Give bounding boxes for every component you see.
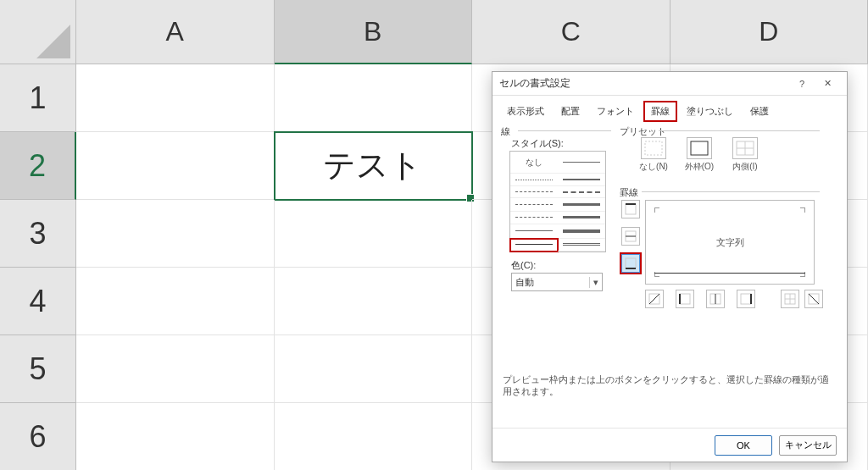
border-vmiddle-button[interactable] <box>706 290 725 308</box>
chevron-down-icon: ▾ <box>589 277 598 288</box>
cell-A2[interactable] <box>76 132 275 200</box>
cell-B1[interactable] <box>275 64 473 132</box>
select-all-corner[interactable] <box>0 0 76 64</box>
dialog-tabs: 表示形式 配置 フォント 罫線 塗りつぶし 保護 <box>492 96 847 122</box>
line-style-10[interactable] <box>510 224 558 238</box>
dialog-titlebar[interactable]: セルの書式設定 ? ✕ <box>492 72 847 96</box>
line-style-2[interactable] <box>510 174 558 185</box>
cell-A4[interactable] <box>76 268 275 335</box>
preset-group: プリセット なし(N) 外枠(O) 内側(I) <box>620 125 823 185</box>
preview-bottom-line <box>654 273 805 274</box>
svg-rect-2 <box>691 141 708 155</box>
line-style-1[interactable] <box>558 152 605 174</box>
ok-button[interactable]: OK <box>715 435 772 456</box>
row-header-1[interactable]: 1 <box>0 64 76 132</box>
column-header-B[interactable]: B <box>275 0 473 64</box>
line-style-double[interactable] <box>558 239 605 252</box>
tab-number-format[interactable]: 表示形式 <box>499 101 552 122</box>
cell-A6[interactable] <box>76 403 275 470</box>
preset-group-label: プリセット <box>620 125 666 138</box>
line-group: 線 スタイル(S): なし 色(C): 自動 <box>501 125 611 295</box>
line-style-9[interactable] <box>558 212 605 224</box>
line-style-none[interactable]: なし <box>510 152 558 174</box>
format-cells-dialog: セルの書式設定 ? ✕ 表示形式 配置 フォント 罫線 塗りつぶし 保護 線 ス… <box>492 71 848 462</box>
line-style-3[interactable] <box>558 174 605 185</box>
line-style-8[interactable] <box>510 212 558 224</box>
border-group: 罫線 文字列 <box>620 186 823 322</box>
row-header-2[interactable]: 2 <box>0 132 76 200</box>
tab-protection[interactable]: 保護 <box>743 101 776 122</box>
preview-text: 文字列 <box>716 236 744 249</box>
cell-B2[interactable]: テスト <box>275 132 473 200</box>
color-dropdown[interactable]: 自動 ▾ <box>511 273 603 291</box>
style-label: スタイル(S): <box>511 137 564 150</box>
svg-line-24 <box>809 294 819 304</box>
border-preview[interactable]: 文字列 <box>645 200 815 285</box>
tab-font[interactable]: フォント <box>589 101 642 122</box>
tab-border[interactable]: 罫線 <box>643 101 677 122</box>
line-style-11[interactable] <box>558 224 605 238</box>
select-all-triangle-icon <box>36 25 70 58</box>
border-left-button[interactable] <box>676 290 694 308</box>
tab-fill[interactable]: 塗りつぶし <box>679 101 741 122</box>
column-header-D[interactable]: D <box>670 0 869 64</box>
border-top-button[interactable] <box>621 200 640 218</box>
line-style-7[interactable] <box>558 198 605 211</box>
border-diag-down-button[interactable] <box>804 290 823 308</box>
cell-B3[interactable] <box>275 200 473 268</box>
line-style-6[interactable] <box>510 198 558 211</box>
row-header-3[interactable]: 3 <box>0 200 76 268</box>
column-header-A[interactable]: A <box>76 0 275 64</box>
cancel-button[interactable]: キャンセル <box>779 435 837 456</box>
line-style-selected[interactable] <box>510 239 558 252</box>
svg-rect-14 <box>680 294 690 304</box>
border-bottom-button[interactable] <box>621 254 640 273</box>
cell-B5[interactable] <box>275 335 473 403</box>
dialog-footer: OK キャンセル <box>492 428 847 462</box>
line-group-label: 線 <box>501 125 510 138</box>
line-style-4[interactable] <box>510 186 558 198</box>
preset-inside[interactable]: 内側(I) <box>730 137 760 173</box>
svg-rect-1 <box>645 141 662 155</box>
svg-rect-18 <box>741 294 751 304</box>
line-style-list: なし <box>509 151 606 252</box>
row-header-4[interactable]: 4 <box>0 268 76 335</box>
cell-A5[interactable] <box>76 335 275 403</box>
preset-none[interactable]: なし(N) <box>638 137 669 173</box>
row-header-5[interactable]: 5 <box>0 335 76 403</box>
color-value: 自動 <box>515 276 534 289</box>
border-diag-up-button[interactable] <box>645 290 664 308</box>
border-all-button[interactable] <box>781 290 799 308</box>
line-style-5[interactable] <box>558 186 605 198</box>
tab-alignment[interactable]: 配置 <box>554 101 587 122</box>
cell-B4[interactable] <box>275 268 473 335</box>
border-right-button[interactable] <box>737 290 755 308</box>
hint-text: プレビュー枠内または上のボタンをクリックすると、選択した罫線の種類が適用されます… <box>503 374 837 398</box>
column-header-C[interactable]: C <box>472 0 670 64</box>
svg-rect-10 <box>626 258 636 268</box>
row-header-6[interactable]: 6 <box>0 403 76 470</box>
cell-B6[interactable] <box>275 403 473 470</box>
dialog-title: セルの書式設定 <box>499 76 789 91</box>
svg-line-13 <box>649 294 659 304</box>
border-group-label: 罫線 <box>620 186 638 199</box>
help-button[interactable]: ? <box>789 75 815 92</box>
preset-outline[interactable]: 外枠(O) <box>684 137 715 173</box>
border-hmiddle-button[interactable] <box>621 227 640 246</box>
svg-marker-0 <box>36 25 70 58</box>
cell-A1[interactable] <box>76 64 275 132</box>
preset-none-icon <box>641 137 666 159</box>
preset-outline-icon <box>687 137 712 159</box>
preset-inside-icon <box>732 137 758 159</box>
close-button[interactable]: ✕ <box>815 75 840 92</box>
svg-rect-6 <box>626 204 636 214</box>
color-label: 色(C): <box>511 259 536 272</box>
cell-A3[interactable] <box>76 200 275 268</box>
